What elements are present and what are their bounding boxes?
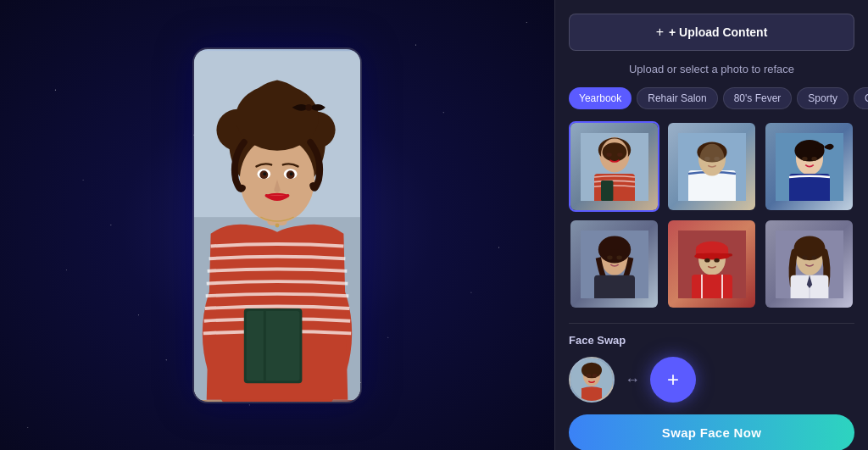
svg-point-39 bbox=[794, 140, 824, 162]
swap-face-now-button[interactable]: Swap Face Now bbox=[569, 414, 854, 450]
photo-cell-3[interactable] bbox=[764, 121, 854, 212]
source-face-avatar[interactable] bbox=[569, 357, 615, 403]
svg-point-36 bbox=[699, 143, 724, 173]
svg-point-12 bbox=[290, 172, 293, 175]
photo-cell-1[interactable] bbox=[569, 121, 659, 212]
main-portrait-image bbox=[194, 49, 360, 402]
svg-point-20 bbox=[305, 103, 312, 110]
photo-thumbnail-2 bbox=[668, 123, 755, 210]
svg-rect-48 bbox=[594, 275, 635, 297]
svg-rect-42 bbox=[789, 174, 830, 201]
face-swap-row: ↔ + bbox=[569, 357, 854, 403]
svg-point-26 bbox=[606, 153, 611, 157]
photo-cell-5[interactable] bbox=[666, 219, 757, 309]
svg-point-40 bbox=[802, 157, 807, 161]
svg-point-60 bbox=[793, 236, 825, 260]
photo-cell-4[interactable] bbox=[569, 219, 659, 309]
svg-point-67 bbox=[581, 363, 602, 379]
photo-cell-6[interactable] bbox=[764, 219, 854, 309]
right-panel: + + Upload Content Upload or select a ph… bbox=[554, 0, 868, 450]
swap-arrow-icon: ↔ bbox=[625, 371, 640, 389]
svg-point-47 bbox=[616, 255, 621, 259]
photo-thumbnail-1 bbox=[570, 123, 658, 210]
tab-yearbook[interactable]: Yearbook bbox=[569, 87, 632, 109]
svg-rect-28 bbox=[594, 174, 635, 201]
main-portrait-container bbox=[192, 47, 362, 403]
tab-sporty[interactable]: Sporty bbox=[797, 87, 849, 109]
photo-thumbnail-3 bbox=[765, 123, 853, 210]
left-panel bbox=[0, 0, 554, 450]
svg-point-18 bbox=[275, 223, 280, 227]
photo-thumbnail-5 bbox=[668, 220, 755, 308]
photo-grid bbox=[569, 121, 854, 309]
svg-point-68 bbox=[587, 374, 592, 378]
add-face-plus-icon: + bbox=[667, 368, 679, 392]
svg-point-61 bbox=[802, 255, 807, 259]
portrait-svg bbox=[194, 47, 360, 403]
svg-point-46 bbox=[607, 255, 612, 259]
filter-tabs: Yearbook Rehair Salon 80's Fever Sporty … bbox=[569, 87, 854, 109]
svg-point-62 bbox=[811, 255, 816, 259]
subtitle-text: Upload or select a photo to reface bbox=[569, 63, 854, 75]
svg-point-25 bbox=[602, 142, 626, 161]
tab-80s-fever[interactable]: 80's Fever bbox=[723, 87, 793, 109]
svg-point-69 bbox=[593, 374, 598, 378]
upload-button-label: + Upload Content bbox=[669, 25, 767, 39]
photo-thumbnail-4 bbox=[570, 220, 658, 308]
svg-point-11 bbox=[263, 172, 266, 175]
svg-point-27 bbox=[617, 153, 622, 157]
plus-icon: + bbox=[656, 25, 664, 40]
svg-point-56 bbox=[714, 258, 719, 262]
photo-thumbnail-6 bbox=[765, 220, 853, 308]
face-swap-label: Face Swap bbox=[569, 334, 854, 347]
svg-point-55 bbox=[704, 258, 709, 262]
svg-point-54 bbox=[694, 253, 730, 259]
tab-rehair-salon[interactable]: Rehair Salon bbox=[637, 87, 717, 109]
svg-rect-16 bbox=[247, 310, 300, 380]
face-swap-section: Face Swap ↔ + bbox=[569, 323, 854, 450]
photo-cell-2[interactable] bbox=[666, 121, 757, 212]
add-face-button[interactable]: + bbox=[650, 357, 696, 403]
svg-rect-57 bbox=[692, 275, 732, 298]
swap-button-label: Swap Face Now bbox=[662, 425, 761, 440]
svg-point-41 bbox=[811, 157, 816, 161]
svg-rect-29 bbox=[601, 181, 613, 201]
upload-content-button[interactable]: + + Upload Content bbox=[569, 14, 854, 51]
tab-christmas[interactable]: Christmas bbox=[854, 87, 868, 109]
